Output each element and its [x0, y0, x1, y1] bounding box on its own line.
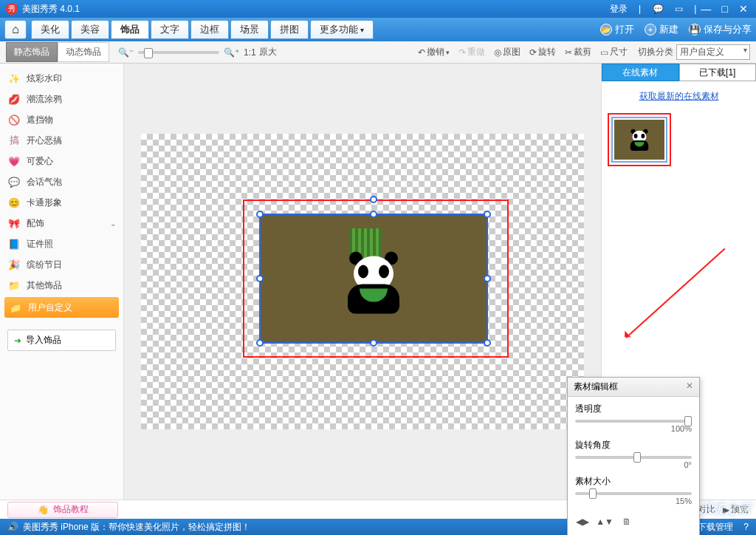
material-edit-popup: 素材编辑框 ✕ 透明度 100% 旋转角度 0° 素材大小 — [567, 377, 700, 535]
maximize-button[interactable]: □ — [718, 3, 732, 15]
home-button[interactable]: ⌂ — [4, 20, 27, 39]
flip-vertical-button[interactable]: ▲▼ — [597, 514, 612, 529]
redo-button[interactable]: ↷重做 — [458, 46, 485, 58]
tab-ornament[interactable]: 饰品 — [111, 20, 149, 39]
sidebar-item[interactable]: 🎀配饰⌄ — [0, 213, 123, 234]
original-button[interactable]: ◎原图 — [494, 46, 520, 58]
zoom-orig[interactable]: 原大 — [259, 46, 277, 58]
sidebar-item[interactable]: 📁用户自定义 — [4, 297, 119, 318]
category-icon: 📘 — [7, 237, 21, 251]
redo-icon: ↷ — [458, 47, 466, 58]
sidebar-item[interactable]: ✨炫彩水印 — [0, 68, 123, 89]
switch-category-label: 切换分类 — [638, 46, 673, 58]
flip-horizontal-button[interactable]: ◀▶ — [575, 514, 590, 529]
resize-handle[interactable] — [484, 275, 491, 282]
resize-handle[interactable] — [256, 211, 264, 218]
opacity-slider[interactable] — [575, 420, 692, 423]
sidebar-item[interactable]: 💬会话气泡 — [0, 171, 123, 192]
main-area: ✨炫彩水印💋潮流涂鸦🚫遮挡物搞开心恶搞💗可爱心💬会话气泡😊卡通形象🎀配饰⌄📘证件… — [0, 64, 756, 500]
chat-icon[interactable]: 💬 — [653, 4, 664, 14]
tutorial-button[interactable]: 👋饰品教程 — [7, 502, 118, 518]
sidebar-item-label: 潮流涂鸦 — [27, 93, 62, 106]
size-slider[interactable] — [575, 492, 692, 495]
resize-handle[interactable] — [484, 211, 491, 218]
import-icon: ➜ — [14, 335, 21, 346]
titlebar: 秀 美图秀秀 4.0.1 登录 | 💬 ▭ | — □ ✕ — [0, 0, 756, 18]
preview-button[interactable]: ▶预览 — [723, 503, 749, 516]
sidebar-item-label: 证件照 — [27, 238, 53, 251]
category-icon: 🎀 — [7, 217, 21, 230]
canvas-area: 素材编辑框 ✕ 透明度 100% 旋转角度 0° 素材大小 — [124, 64, 601, 500]
size-button[interactable]: ▭尺寸 — [600, 46, 628, 58]
sidebar-item[interactable]: 🚫遮挡物 — [0, 109, 123, 130]
tab-collage[interactable]: 拼图 — [270, 20, 309, 39]
tab-more[interactable]: 更多功能 — [310, 20, 374, 39]
divider: | — [639, 4, 641, 14]
undo-button[interactable]: ↶撤销▾ — [418, 46, 450, 58]
selection-box[interactable] — [259, 214, 488, 344]
preview-icon: ▶ — [723, 505, 729, 515]
status-tip: 美图秀秀 iPhone 版：帮你快速美化照片，轻松搞定拼图！ — [23, 521, 250, 534]
sidebar-item-label: 遮挡物 — [27, 114, 53, 126]
resize-handle[interactable] — [370, 211, 377, 218]
tab-frame[interactable]: 边框 — [190, 20, 229, 39]
canvas-zone[interactable]: 素材编辑框 ✕ 透明度 100% 旋转角度 0° 素材大小 — [124, 64, 601, 500]
main-menu: ⌂ 美化 美容 饰品 文字 边框 场景 拼图 更多功能 📂打开 +新建 💾保存与… — [0, 18, 756, 41]
speaker-icon[interactable]: 🔊 — [7, 522, 18, 532]
resize-handle[interactable] — [484, 339, 491, 347]
sidebar-item[interactable]: 💗可爱心 — [0, 151, 123, 171]
resize-handle[interactable] — [256, 339, 264, 347]
app-logo-icon: 秀 — [6, 3, 18, 15]
save-button[interactable]: 💾保存与分享 — [689, 23, 752, 36]
sidebar-item-label: 用户自定义 — [28, 301, 72, 314]
close-button[interactable]: ✕ — [737, 3, 750, 15]
save-icon: 💾 — [689, 24, 701, 35]
rotate-slider[interactable] — [575, 456, 692, 459]
zoom-in-icon[interactable]: 🔍⁺ — [224, 47, 239, 58]
sidebar-item[interactable]: 😊卡通形象 — [0, 192, 123, 213]
fetch-online-link[interactable]: 获取最新的在线素材 — [639, 91, 719, 101]
sidebar-item[interactable]: 🎉缤纷节日 — [0, 254, 123, 275]
feedback-icon[interactable]: ▭ — [675, 4, 683, 14]
popup-header[interactable]: 素材编辑框 ✕ — [568, 378, 699, 397]
import-button[interactable]: ➜导入饰品 — [7, 330, 116, 351]
category-select[interactable]: 用户自定义 — [676, 44, 750, 60]
help-button[interactable]: ? — [743, 522, 749, 532]
material-thumbnail-highlight — [608, 113, 671, 166]
subtab-dynamic[interactable]: 动态饰品 — [58, 42, 109, 62]
sidebar-item[interactable]: 📘证件照 — [0, 234, 123, 254]
minimize-button[interactable]: — — [699, 3, 712, 15]
material-thumbnail[interactable] — [611, 117, 667, 163]
canvas[interactable] — [141, 134, 584, 429]
rotate-handle[interactable] — [370, 196, 377, 203]
zoom-out-icon[interactable]: 🔍⁻ — [118, 47, 134, 58]
zoom-slider[interactable] — [138, 51, 219, 54]
app-title: 美图秀秀 4.0.1 — [22, 3, 80, 16]
sidebar-item-label: 配饰 — [27, 217, 44, 230]
popup-close-button[interactable]: ✕ — [686, 381, 693, 393]
sidebar-item-label: 可爱心 — [27, 155, 53, 168]
tab-cosmetic[interactable]: 美容 — [71, 20, 109, 39]
tab-beautify[interactable]: 美化 — [31, 20, 69, 39]
tab-scene[interactable]: 场景 — [230, 20, 269, 39]
duplicate-button[interactable]: 🗎 — [619, 514, 634, 529]
zoom-ratio[interactable]: 1:1 — [244, 47, 256, 58]
category-icon: 💗 — [7, 154, 21, 168]
tab-online-materials[interactable]: 在线素材 — [602, 64, 679, 81]
tab-text[interactable]: 文字 — [151, 20, 189, 39]
subtab-static[interactable]: 静态饰品 — [6, 42, 58, 62]
resize-handle[interactable] — [370, 339, 377, 347]
plus-icon: + — [645, 24, 656, 35]
resize-handle[interactable] — [256, 275, 264, 282]
rotate-icon: ⟳ — [529, 47, 537, 58]
login-link[interactable]: 登录 — [610, 4, 628, 14]
new-button[interactable]: +新建 — [645, 23, 678, 36]
eye-icon: ◎ — [494, 47, 501, 58]
open-button[interactable]: 📂打开 — [600, 23, 634, 36]
crop-button[interactable]: ✂裁剪 — [565, 46, 591, 58]
tab-downloaded[interactable]: 已下载[1] — [679, 64, 757, 81]
sidebar-item[interactable]: 搞开心恶搞 — [0, 130, 123, 151]
sidebar-item[interactable]: 💋潮流涂鸦 — [0, 89, 123, 109]
sidebar-item[interactable]: 📁其他饰品 — [0, 275, 123, 296]
rotate-button[interactable]: ⟳旋转 — [529, 46, 556, 58]
